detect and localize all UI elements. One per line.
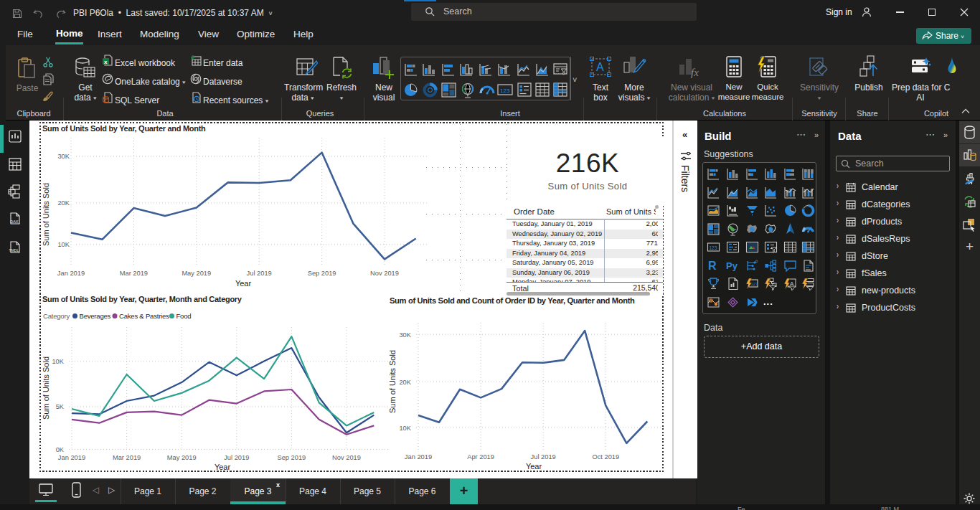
svg-text:Sum of Units Sold and Count of: Sum of Units Sold and Count of Order ID … xyxy=(390,296,635,305)
svg-text:Jan 2019: Jan 2019 xyxy=(57,270,85,277)
svg-text:TMDL: TMDL xyxy=(9,248,19,252)
svg-text:Beverages: Beverages xyxy=(80,312,111,320)
svg-text:Jan 2019: Jan 2019 xyxy=(405,453,432,461)
svg-text:Nov 2019: Nov 2019 xyxy=(370,270,399,277)
svg-text:Oct 2019: Oct 2019 xyxy=(592,453,619,461)
svg-text:Food: Food xyxy=(176,312,192,320)
svg-text:Nov 2019: Nov 2019 xyxy=(332,454,361,461)
svg-text:0K: 0K xyxy=(56,446,65,453)
svg-text:Year: Year xyxy=(526,462,542,471)
svg-text:123: 123 xyxy=(710,245,717,250)
svg-text:Year: Year xyxy=(235,279,252,288)
svg-text:fx: fx xyxy=(691,67,699,78)
svg-text:Mar 2019: Mar 2019 xyxy=(113,454,141,461)
svg-text:Sum of Units Sold by Year, Qua: Sum of Units Sold by Year, Quarter, Mont… xyxy=(42,295,242,303)
svg-text:Sum of Units Sold: Sum of Units Sold xyxy=(388,350,397,413)
svg-text:Sep 2019: Sep 2019 xyxy=(277,454,306,461)
svg-text:10K: 10K xyxy=(399,425,411,432)
svg-text:R: R xyxy=(708,260,717,272)
svg-text:Year: Year xyxy=(215,463,231,471)
svg-text:May 2019: May 2019 xyxy=(167,454,197,461)
svg-text:10K: 10K xyxy=(57,241,70,248)
svg-text:DAX: DAX xyxy=(10,219,19,224)
svg-text:30K: 30K xyxy=(399,331,411,339)
svg-text:5K: 5K xyxy=(56,403,65,410)
svg-text:Sum of Units Sold: Sum of Units Sold xyxy=(42,183,50,246)
svg-text:x: x xyxy=(104,59,108,65)
svg-text:May 2019: May 2019 xyxy=(182,270,211,277)
svg-text:Jan 2019: Jan 2019 xyxy=(58,454,85,461)
svg-text:Mar 2019: Mar 2019 xyxy=(120,270,148,277)
svg-text:Category: Category xyxy=(43,312,70,320)
svg-text:10K: 10K xyxy=(52,358,64,365)
svg-text:Jul 2019: Jul 2019 xyxy=(247,270,272,277)
svg-text:A: A xyxy=(596,61,604,73)
svg-text:Cakes & Pastries: Cakes & Pastries xyxy=(119,312,169,320)
svg-text:Sum of Units Sold: Sum of Units Sold xyxy=(42,356,50,420)
svg-text:Jul 2019: Jul 2019 xyxy=(531,453,556,461)
svg-text:Sep 2019: Sep 2019 xyxy=(308,270,336,277)
svg-text:Apr 2019: Apr 2019 xyxy=(467,453,494,461)
svg-text:123: 123 xyxy=(500,88,510,94)
svg-text:20K: 20K xyxy=(399,379,411,386)
svg-text:Jul 2019: Jul 2019 xyxy=(224,454,249,461)
svg-text:Sum of Units Sold by Year, Qua: Sum of Units Sold by Year, Quarter and M… xyxy=(42,124,206,133)
svg-text:20K: 20K xyxy=(57,199,70,207)
svg-text:Py: Py xyxy=(726,260,738,271)
svg-text:30K: 30K xyxy=(57,153,70,160)
